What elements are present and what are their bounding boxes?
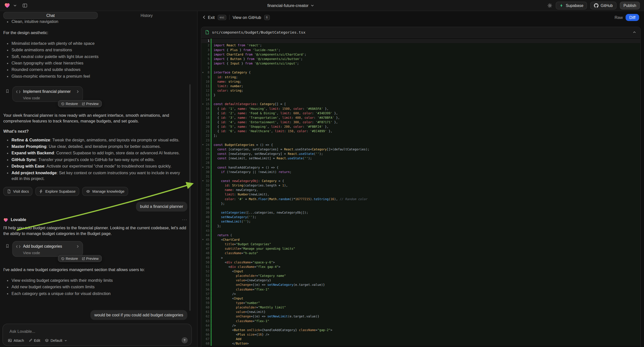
code-text: id: string; — [212, 75, 238, 79]
tab-history-label: History — [141, 13, 153, 18]
lovable-logo-heart-icon[interactable] — [4, 2, 10, 8]
attach-button[interactable]: Attach — [8, 338, 24, 342]
diff-toggle-button[interactable]: Diff — [626, 14, 639, 21]
line-number: 3 — [205, 48, 211, 52]
supabase-button[interactable]: Supabase — [556, 2, 587, 9]
fold-spacer — [202, 260, 205, 264]
settings-gear-icon[interactable] — [548, 3, 553, 8]
send-button[interactable] — [182, 337, 188, 344]
code-text: { id: '4', name: 'Entertainment', limit:… — [212, 120, 338, 124]
github-mark-icon — [594, 3, 598, 8]
file-header[interactable]: src/components/budget/BudgetCategories.t… — [202, 27, 640, 38]
line-number: 1 — [205, 38, 211, 43]
mode-layers-icon — [45, 338, 49, 342]
restore-button[interactable]: Restore — [60, 102, 80, 106]
fold-spacer — [202, 88, 205, 93]
view-on-github-button[interactable]: View on GitHub — [232, 15, 261, 20]
fold-toggle-icon[interactable]: ▾ — [202, 238, 205, 242]
preview-button[interactable]: Preview — [80, 256, 100, 260]
restore-button[interactable]: Restore — [60, 256, 80, 260]
next-step-text: : Transfer your project's code to GitHub… — [36, 157, 154, 162]
edit-button[interactable]: Edit — [29, 338, 40, 342]
toggle-sidebar-icon[interactable] — [22, 3, 28, 8]
add-budget-categories-card[interactable]: Add budget categories View code Restore — [12, 241, 83, 257]
code-text: <Plus size={16} /> — [212, 332, 269, 337]
line-number: 11 — [205, 84, 211, 88]
fold-spacer — [202, 256, 205, 260]
fold-spacer — [202, 323, 205, 328]
code-line-47: 47 subtitle="Manage your spending limits… — [202, 246, 640, 251]
chat-input[interactable]: Ask Lovable... — [10, 329, 187, 334]
next-step-item: Refine & Customize: Tweak the design, an… — [3, 137, 187, 143]
fold-toggle-icon[interactable]: ▾ — [202, 165, 205, 170]
exit-button[interactable]: Exit — [202, 15, 214, 20]
code-text: } — [212, 93, 216, 97]
line-number: 39 — [205, 210, 211, 215]
next-steps-list: Refine & Customize: Tweak the design, an… — [3, 137, 187, 182]
bullet-list-top: Clean, intuitive navigation — [3, 19, 187, 25]
tab-chat[interactable]: Chat — [3, 12, 98, 19]
code-line-52: 52 <Input — [202, 269, 640, 274]
line-number: 66 — [205, 332, 211, 337]
fold-spacer — [202, 278, 205, 282]
code-line-26: 26 const [newCategory, setNewCategory] =… — [202, 152, 640, 156]
file-diff-card: src/components/budget/BudgetCategories.t… — [201, 27, 641, 347]
action-button-explore-supabase[interactable]: Explore Supabase — [35, 187, 79, 196]
line-number: 16 — [205, 106, 211, 111]
line-number: 54 — [205, 278, 211, 282]
planner-ready-paragraph: Your sleek financial planner is now read… — [3, 112, 187, 124]
code-line-54: 54 value={newCategory} — [202, 278, 640, 282]
fold-toggle-icon[interactable]: ▾ — [202, 70, 205, 75]
code-text: placeholder="Monthly limit" — [212, 305, 286, 310]
chat-scrollbar-thumb[interactable] — [190, 84, 191, 311]
code-line-17: 17 { id: '2', name: 'Food & Dining', lim… — [202, 111, 640, 116]
fold-spacer — [202, 192, 205, 197]
code-text: const defaultCategories: Category[] = [ — [212, 102, 286, 106]
bookmark-icon[interactable] — [5, 244, 10, 250]
code-text: className="flex-1" — [212, 287, 269, 292]
message-options-icon[interactable]: ··· — [182, 217, 187, 222]
tab-history[interactable]: History — [99, 12, 194, 19]
collapse-file-icon[interactable] — [632, 30, 636, 34]
code-text: <Input — [212, 269, 243, 274]
code-text — [212, 138, 214, 142]
line-number: 64 — [205, 323, 211, 328]
fold-toggle-icon[interactable]: ▾ — [202, 143, 205, 147]
code-text: </Button> — [212, 341, 249, 346]
card-title: Implement financial planner — [23, 88, 74, 94]
code-text: import React from 'react'; — [212, 43, 262, 48]
line-number: 19 — [205, 120, 211, 124]
raw-toggle-button[interactable]: Raw — [615, 15, 623, 20]
code-text: const handleAddCategory = () => { — [212, 165, 278, 170]
line-number: 12 — [205, 88, 211, 93]
action-button-manage-knowledge[interactable]: Manage knowledge — [82, 187, 128, 196]
fold-toggle-icon[interactable]: ▾ — [202, 102, 205, 106]
action-button-visit-docs[interactable]: Visit docs — [3, 187, 32, 196]
file-icon — [205, 30, 209, 34]
implement-financial-planner-card[interactable]: Implement financial planner View code Re… — [12, 86, 83, 102]
project-switcher[interactable]: financial-future-creator — [267, 0, 314, 11]
restore-label: Restore — [66, 256, 78, 260]
chat-composer[interactable]: Ask Lovable... Attach Edit Default — [2, 324, 192, 346]
code-text: onChange={(e) => setNewLimit(e.target.va… — [212, 314, 320, 318]
code-text: import ChartCard from '@/components/ui/C… — [212, 52, 306, 57]
code-line-66: 66 <Plus size={16} /> — [202, 332, 640, 337]
fold-spacer — [202, 328, 205, 332]
workspace-menu-chevron-icon[interactable] — [13, 4, 17, 7]
publish-button[interactable]: Publish — [620, 2, 640, 9]
code-line-18: 18 { id: '3', name: 'Transportation', li… — [202, 116, 640, 120]
preview-button[interactable]: Preview — [80, 102, 100, 106]
restore-icon — [61, 102, 64, 105]
line-number: 28 — [205, 160, 211, 165]
fold-spacer — [202, 147, 205, 152]
fold-spacer — [202, 224, 205, 228]
bookmark-icon[interactable] — [5, 88, 10, 95]
code-line-43: 43 — [202, 228, 640, 233]
code-line-8: ▾8interface Category { — [202, 70, 640, 75]
code-line-9: 9 id: string; — [202, 75, 640, 79]
code-text: /> — [212, 292, 236, 296]
fold-toggle-icon[interactable]: ▾ — [202, 179, 205, 183]
mode-selector[interactable]: Default — [45, 338, 67, 342]
github-button[interactable]: GitHub — [590, 2, 616, 9]
code-line-68: 68 </Button> — [202, 341, 640, 346]
